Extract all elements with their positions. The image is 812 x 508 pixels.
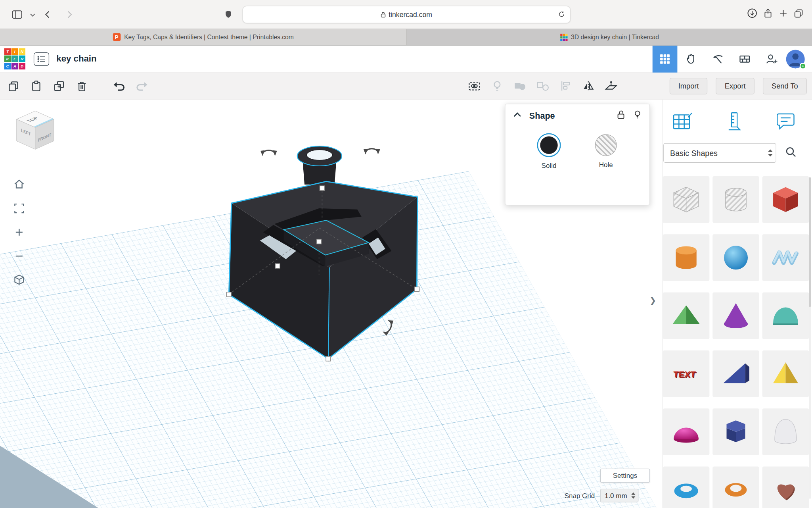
shapes-sidebar: Basic Shapes [662, 100, 812, 508]
shape-tile-polygon[interactable] [712, 408, 759, 455]
zoom-out-button[interactable] [10, 247, 29, 266]
copy-button[interactable] [2, 74, 25, 97]
shape-library-grid: TEXTTEXT [663, 176, 810, 508]
align-button[interactable] [554, 74, 577, 97]
shape-tile-cylinder[interactable] [663, 234, 710, 281]
workplane-tool-icon[interactable] [672, 111, 693, 134]
shape-category-select[interactable]: Basic Shapes [663, 143, 776, 163]
shape-tile-box[interactable] [762, 176, 809, 223]
avatar[interactable]: + [786, 50, 805, 68]
reload-icon[interactable] [558, 10, 566, 20]
shape-tile-round-roof[interactable] [762, 292, 809, 339]
perspective-toggle-button[interactable] [10, 271, 29, 289]
hand-gestures-icon[interactable] [677, 46, 704, 73]
tab-title: Key Tags, Caps & Identifiers | Contest t… [124, 33, 294, 40]
dashboard-grid-button[interactable] [653, 46, 678, 73]
send-to-button[interactable]: Send To [763, 77, 807, 94]
shape-inspector-panel: Shape Solid [505, 104, 650, 205]
paste-button[interactable] [25, 74, 48, 97]
shape-tile-box-hole[interactable] [663, 176, 710, 223]
show-all-button[interactable] [463, 74, 486, 97]
shape-tile-torus[interactable] [663, 467, 710, 508]
solid-option[interactable]: Solid [536, 133, 561, 169]
delete-button[interactable] [71, 74, 93, 97]
tinkercad-favicon [560, 33, 567, 40]
light-bulb-button[interactable] [486, 74, 508, 97]
ruler-tool-icon[interactable] [724, 111, 744, 134]
sidebar-scrollbar[interactable] [809, 177, 811, 499]
add-person-icon[interactable] [758, 46, 785, 73]
share-icon[interactable] [763, 8, 773, 21]
tinkercad-logo[interactable]: TIN KER CAD [4, 48, 25, 69]
rotate-handle-top-right[interactable] [364, 149, 380, 155]
collapse-caret-icon[interactable] [513, 111, 522, 121]
forward-button[interactable] [61, 6, 77, 22]
undo-button[interactable] [108, 74, 130, 97]
avatar-add-badge: + [800, 63, 806, 69]
shape-tile-text[interactable]: TEXTTEXT [663, 350, 710, 397]
chevron-down-icon[interactable] [30, 10, 35, 19]
duplicate-button[interactable] [48, 74, 70, 97]
export-button[interactable]: Export [716, 77, 755, 94]
shape-tile-pyramid[interactable] [762, 350, 809, 397]
shape-tile-cone[interactable] [712, 292, 759, 339]
shape-tile-cylinder-hole[interactable] [712, 176, 759, 223]
design-properties-button[interactable] [34, 52, 49, 65]
group-button[interactable] [509, 74, 531, 97]
tab-title: 3D design key chain | Tinkercad [571, 33, 659, 40]
shape-tile-heart[interactable] [762, 467, 809, 508]
redo-button[interactable] [130, 74, 153, 97]
safari-window: tinkercad.com P Key Tags, Caps & Identif… [0, 0, 812, 508]
stepper-icon [631, 493, 635, 499]
sidebar-toggle-icon[interactable] [10, 6, 25, 22]
shape-tile-sphere[interactable] [712, 234, 759, 281]
padlock-icon [381, 12, 386, 18]
new-tab-icon[interactable] [778, 8, 788, 20]
pickaxe-icon[interactable] [704, 46, 731, 73]
privacy-shield-icon[interactable] [220, 6, 236, 22]
bricks-icon[interactable] [731, 46, 758, 73]
downloads-icon[interactable] [747, 8, 757, 21]
settings-button[interactable]: Settings [600, 469, 650, 483]
notes-tool-icon[interactable] [775, 111, 797, 134]
shape-tile-scribble[interactable] [762, 234, 809, 281]
design-title[interactable]: key chain [56, 54, 96, 64]
back-button[interactable] [40, 6, 56, 22]
view-cube[interactable]: TOP LEFT FRONT [17, 111, 54, 150]
browser-toolbar: tinkercad.com [0, 0, 812, 29]
shape-tile-roof[interactable] [663, 292, 710, 339]
rotate-handle-top-left[interactable] [260, 150, 277, 156]
workplane-drop-button[interactable] [599, 74, 622, 97]
ungroup-button[interactable] [531, 74, 554, 97]
address-bar[interactable]: tinkercad.com [242, 6, 571, 23]
zoom-in-button[interactable] [10, 223, 29, 242]
fit-view-button[interactable] [10, 199, 29, 218]
panel-title: Shape [529, 111, 555, 121]
view-controls [10, 175, 29, 289]
tinkercad-header: TIN KER CAD key chain [0, 46, 812, 73]
snap-grid-select[interactable]: 1.0 mm [600, 489, 638, 502]
home-view-button[interactable] [10, 175, 29, 194]
svg-text:TEXT: TEXT [672, 369, 696, 379]
mirror-button[interactable] [577, 74, 599, 97]
search-icon[interactable] [785, 146, 797, 160]
url-text: tinkercad.com [389, 11, 432, 19]
model-keychain-g[interactable] [229, 146, 417, 359]
tab-strip: P Key Tags, Caps & Identifiers | Contest… [0, 29, 812, 46]
tab-printables[interactable]: P Key Tags, Caps & Identifiers | Contest… [0, 29, 407, 45]
snap-grid-label: Snap Grid [565, 492, 595, 500]
tab-overview-icon[interactable] [793, 8, 804, 20]
shape-tile-half-sphere[interactable] [663, 408, 710, 455]
tab-tinkercad[interactable]: 3D design key chain | Tinkercad [407, 29, 812, 45]
shape-tile-tube[interactable] [712, 467, 759, 508]
rotate-handle-bottom-right[interactable] [382, 318, 394, 336]
main-area: TOP LEFT FRONT [0, 100, 812, 508]
design-canvas[interactable]: TOP LEFT FRONT [0, 100, 662, 508]
visibility-bulb-icon[interactable] [633, 110, 642, 122]
panel-collapse-chevron[interactable]: ❯ [649, 295, 657, 305]
hole-option[interactable]: Hole [594, 133, 619, 169]
shape-tile-paraboloid[interactable] [762, 408, 809, 455]
import-button[interactable]: Import [669, 77, 707, 94]
lock-icon[interactable] [616, 110, 626, 122]
shape-tile-wedge[interactable] [712, 350, 759, 397]
